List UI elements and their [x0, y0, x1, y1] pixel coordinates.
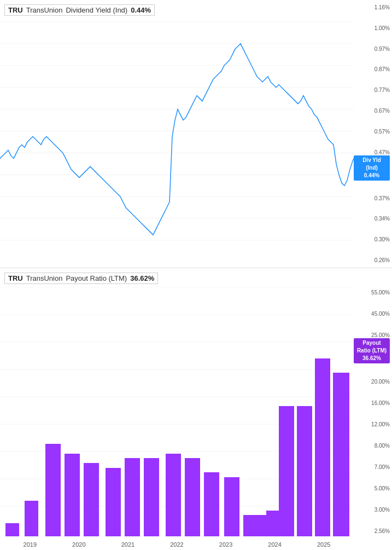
x-label-2021: 2021 [121, 541, 134, 548]
by-label-9: 3.00% [354, 507, 390, 513]
main-container: TRU TransUnion Dividend Yield (Ind) 0.44… [0, 0, 392, 550]
bar-2021q2 [185, 458, 200, 536]
by-label-2: 25.00% [371, 332, 390, 338]
y-label-10: 0.30% [354, 236, 390, 242]
top-y-axis: 1.16% 1.00% 0.97% 0.87% 0.77% 0.67% 0.57… [354, 0, 392, 268]
bottom-badge: Payout Ratio (LTM) 36.62% [354, 338, 390, 363]
bar-2021q3 [204, 472, 219, 536]
x-label-2022: 2022 [170, 541, 183, 548]
top-company: TransUnion [26, 6, 63, 14]
bar-2024q1 [315, 358, 330, 536]
y-label-8: 0.37% [354, 195, 390, 201]
x-label-2023: 2023 [219, 541, 232, 548]
bar-2020q2 [125, 458, 140, 536]
x-axis: 2019 2020 2021 2022 2023 2024 2025 [0, 541, 354, 548]
top-ticker: TRU [8, 6, 23, 14]
y-label-0: 1.16% [354, 4, 390, 10]
by-label-4: 16.00% [354, 400, 390, 406]
bar-2020q1 [106, 468, 121, 536]
bottom-chart-area [0, 287, 354, 536]
bottom-ticker: TRU [8, 274, 23, 282]
x-label-2020: 2020 [72, 541, 85, 548]
bottom-company: TransUnion [26, 274, 63, 282]
y-label-5: 0.67% [354, 108, 390, 114]
bottom-y-axis: 55.00% 45.00% 25.00% Payout Ratio (LTM) … [354, 287, 392, 536]
top-chart-header: TRU TransUnion Dividend Yield (Ind) 0.44… [4, 4, 155, 16]
y-label-2: 0.97% [354, 46, 390, 52]
by-label-3: 20.00% [354, 379, 390, 385]
top-value: 0.44% [131, 6, 151, 14]
by-label-1: 45.00% [354, 311, 390, 317]
y-label-4: 0.77% [354, 87, 390, 93]
payout-ratio-chart: TRU TransUnion Payout Ratio (LTM) 36.62% [0, 268, 392, 550]
bottom-value: 36.62% [130, 274, 154, 282]
top-badge-line2: 0.44% [356, 172, 388, 180]
by-label-10: 2.56% [354, 528, 390, 534]
bar-2024q2 [333, 373, 349, 536]
y-label-9: 0.34% [354, 216, 390, 222]
bar-2019q3 [84, 463, 99, 536]
top-badge-line1: Div Yld (Ind) [356, 157, 388, 172]
y-label-6: 0.57% [354, 129, 390, 135]
by-label-6: 8.00% [354, 443, 390, 449]
bar-2022q1 [224, 477, 239, 536]
bar-2018q2 [25, 501, 38, 536]
y-label-11: 0.26% [354, 257, 390, 263]
top-badge: Div Yld (Ind) 0.44% [354, 155, 390, 181]
y-label-1: 1.00% [354, 25, 390, 31]
bottom-chart-header: TRU TransUnion Payout Ratio (LTM) 36.62% [4, 273, 158, 284]
by-label-7: 7.00% [354, 464, 390, 470]
by-label-8: 5.00% [354, 485, 390, 491]
bottom-badge-line2: 36.62% [356, 355, 388, 362]
y-label-3: 0.87% [354, 66, 390, 72]
bar-2023q2 [297, 406, 312, 536]
bar-2019q2 [65, 454, 80, 536]
bar-2019q1 [45, 444, 61, 536]
x-label-2025: 2025 [317, 541, 330, 548]
bar-2023q1 [279, 406, 294, 536]
by-label-0: 55.00% [354, 290, 390, 296]
by-label-5: 12.00% [354, 421, 390, 427]
x-label-2024: 2024 [268, 541, 281, 548]
bar-2020q3 [144, 458, 159, 536]
dividend-yield-chart: TRU TransUnion Dividend Yield (Ind) 0.44… [0, 0, 392, 268]
x-label-2019: 2019 [24, 541, 37, 548]
top-metric: Dividend Yield (Ind) [66, 6, 127, 14]
bar-2018q1 [5, 523, 19, 536]
bottom-metric: Payout Ratio (LTM) [66, 274, 127, 282]
bottom-badge-line1: Payout Ratio (LTM) [356, 339, 388, 355]
bar-2021q1 [166, 454, 181, 536]
y-label-7: 0.47% [375, 149, 390, 155]
top-chart-area [0, 0, 354, 268]
